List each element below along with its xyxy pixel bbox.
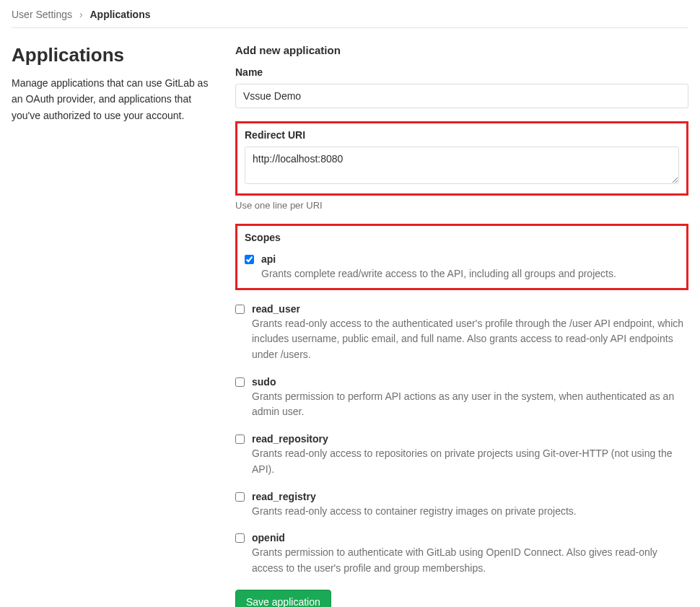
scope-item-read-registry: read_registry Grants read-only access to… — [235, 491, 688, 520]
redirect-uri-input[interactable]: http://localhost:8080 — [245, 147, 679, 184]
save-application-button[interactable]: Save application — [235, 590, 331, 607]
scope-desc-sudo: Grants permission to perform API actions… — [252, 389, 688, 420]
scope-desc-api: Grants complete read/write access to the… — [261, 266, 679, 282]
form-section-title: Add new application — [235, 44, 688, 56]
scopes-highlight: Scopes api Grants complete read/write ac… — [235, 224, 688, 290]
left-description-column: Applications Manage applications that ca… — [12, 44, 235, 607]
scopes-label: Scopes — [245, 232, 679, 243]
scope-item-sudo: sudo Grants permission to perform API ac… — [235, 376, 688, 420]
breadcrumb-current: Applications — [90, 9, 151, 20]
scope-checkbox-sudo[interactable] — [235, 377, 245, 387]
name-input[interactable] — [235, 84, 688, 108]
scope-name-read-user: read_user — [252, 303, 688, 315]
scope-name-api: api — [261, 253, 679, 265]
scope-desc-read-registry: Grants read-only access to container reg… — [252, 504, 688, 520]
scope-desc-read-repository: Grants read-only access to repositories … — [252, 446, 688, 477]
redirect-uri-highlight: Redirect URI http://localhost:8080 — [235, 121, 688, 196]
scope-checkbox-read-registry[interactable] — [235, 492, 245, 502]
application-form: Add new application Name Redirect URI ht… — [235, 44, 688, 607]
scope-item-api: api Grants complete read/write access to… — [245, 253, 679, 282]
scope-item-read-user: read_user Grants read-only access to the… — [235, 303, 688, 363]
page-title: Applications — [12, 44, 221, 66]
breadcrumb: User Settings › Applications — [12, 0, 688, 28]
scope-item-read-repository: read_repository Grants read-only access … — [235, 433, 688, 477]
scope-name-read-repository: read_repository — [252, 433, 688, 445]
scope-item-openid: openid Grants permission to authenticate… — [235, 532, 688, 576]
chevron-right-icon: › — [79, 9, 83, 20]
scope-checkbox-read-repository[interactable] — [235, 434, 245, 444]
scope-desc-openid: Grants permission to authenticate with G… — [252, 545, 688, 576]
scope-name-read-registry: read_registry — [252, 491, 688, 502]
scope-desc-read-user: Grants read-only access to the authentic… — [252, 316, 688, 363]
page-description: Manage applications that can use GitLab … — [12, 75, 221, 123]
scope-checkbox-openid[interactable] — [235, 533, 245, 543]
name-label: Name — [235, 66, 688, 78]
scope-checkbox-api[interactable] — [245, 255, 254, 264]
redirect-uri-help: Use one line per URI — [235, 200, 688, 211]
scope-name-sudo: sudo — [252, 376, 688, 388]
breadcrumb-parent[interactable]: User Settings — [12, 9, 72, 20]
scope-name-openid: openid — [252, 532, 688, 543]
redirect-uri-label: Redirect URI — [245, 129, 679, 141]
name-field-group: Name — [235, 66, 688, 108]
scope-checkbox-read-user[interactable] — [235, 305, 245, 314]
